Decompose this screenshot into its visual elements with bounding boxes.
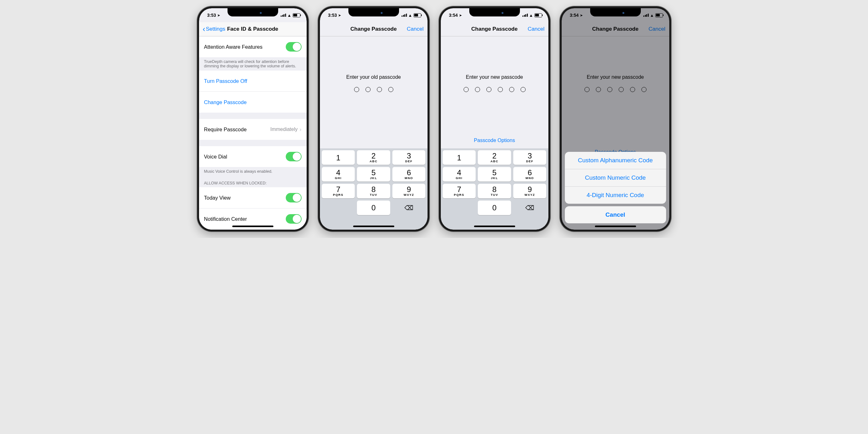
key-9[interactable]: 9WXYZ [393,184,426,198]
cellular-icon [281,13,286,17]
chevron-right-icon: › [300,126,302,133]
key-4[interactable]: 4GHI [322,167,355,182]
today-view-cell[interactable]: Today View [199,187,307,209]
key-5[interactable]: 5JKL [478,167,511,182]
chevron-left-icon: ‹ [203,25,205,34]
key-3[interactable]: 3DEF [393,150,426,165]
option-alphanumeric[interactable]: Custom Alphanumeric Code [565,152,666,169]
home-indicator[interactable] [474,225,515,227]
passcode-dot [388,87,393,92]
notch [227,8,278,17]
key-0[interactable]: 0 [478,200,511,215]
back-label: Settings [206,26,225,32]
key-backspace[interactable]: ⌫ [393,200,426,215]
passcode-dot [464,87,469,92]
footer-text: Music Voice Control is always enabled. [199,167,307,176]
passcode-dot [498,87,503,92]
passcode-prompt: Enter your new passcode [466,74,523,80]
toggle-switch[interactable] [286,214,302,224]
key-1[interactable]: 1 [322,150,355,165]
cancel-button[interactable]: Cancel [526,26,545,32]
passcode-body: Enter your new passcode Passcode Options [441,36,548,148]
turn-passcode-off-button[interactable]: Turn Passcode Off [199,70,307,92]
voice-dial-cell[interactable]: Voice Dial [199,146,307,167]
battery-icon [534,13,542,18]
cellular-icon [402,13,407,17]
require-passcode-cell[interactable]: Require Passcode Immediately › [199,119,307,140]
passcode-dot [366,87,371,92]
cell-label: Notification Center [204,216,247,222]
option-4digit[interactable]: 4-Digit Numeric Code [565,187,666,204]
location-icon: ➤ [338,13,341,17]
location-icon: ➤ [217,13,220,17]
numeric-keypad: 1 2ABC 3DEF 4GHI 5JKL 6MNO 7PQRS 8TUV 9W… [320,148,428,217]
status-time: 3:53 [207,13,216,18]
passcode-dot [521,87,526,92]
passcode-dot [475,87,480,92]
passcode-dot [354,87,359,92]
cellular-icon [643,13,649,17]
battery-icon [293,13,300,18]
wifi-icon: ▲ [650,13,654,18]
backspace-icon: ⌫ [525,204,534,212]
key-5[interactable]: 5JKL [357,167,390,182]
key-2[interactable]: 2ABC [478,150,511,165]
back-button[interactable]: ‹ Settings [203,25,225,34]
cell-label: Attention Aware Features [204,44,262,50]
toggle-switch[interactable] [286,42,302,52]
passcode-body: Enter your old passcode [320,36,428,148]
phone-frame-3: 3:54 ➤ ▲ Change Passcode Cancel Enter yo… [439,6,550,231]
status-time: 3:54 [449,13,458,18]
key-6[interactable]: 6MNO [393,167,426,182]
cancel-button[interactable]: Cancel [405,26,424,32]
navigation-bar: ‹ Settings Face ID & Passcode [199,22,307,36]
key-1[interactable]: 1 [443,150,476,165]
phone-frame-2: 3:53 ➤ ▲ Change Passcode Cancel Enter yo… [318,6,429,231]
location-icon: ➤ [459,13,462,17]
passcode-options-button[interactable]: Passcode Options [474,137,515,143]
backspace-icon: ⌫ [404,204,413,212]
key-backspace[interactable]: ⌫ [513,200,547,215]
key-blank [443,200,476,215]
settings-list[interactable]: Attention Aware Features TrueDepth camer… [199,36,307,230]
notch [590,8,641,17]
key-7[interactable]: 7PQRS [322,184,355,198]
key-7[interactable]: 7PQRS [443,184,476,198]
sheet-cancel-button[interactable]: Cancel [565,206,666,223]
key-9[interactable]: 9WXYZ [513,184,547,198]
cell-label: Voice Dial [204,154,227,160]
key-6[interactable]: 6MNO [513,167,547,182]
option-numeric[interactable]: Custom Numeric Code [565,169,666,187]
change-passcode-button[interactable]: Change Passcode [199,92,307,113]
key-8[interactable]: 8TUV [357,184,390,198]
attention-aware-cell[interactable]: Attention Aware Features [199,36,307,57]
wifi-icon: ▲ [529,13,533,18]
cellular-icon [522,13,528,17]
passcode-dots [354,87,393,92]
key-8[interactable]: 8TUV [478,184,511,198]
footer-text: TrueDepth camera will check for attentio… [199,57,307,70]
key-2[interactable]: 2ABC [357,150,390,165]
toggle-switch[interactable] [286,152,302,161]
wifi-icon: ▲ [408,13,412,18]
phone-frame-4: 3:54 ➤ ▲ Change Passcode Cancel Enter yo… [560,6,671,231]
status-time: 3:53 [328,13,337,18]
cell-label: Today View [204,195,231,201]
battery-icon [413,13,421,18]
cell-value: Immediately [270,127,298,132]
notch [469,8,520,17]
home-indicator[interactable] [353,225,394,227]
navigation-bar: Change Passcode Cancel [320,22,428,36]
location-icon: ➤ [580,13,583,17]
toggle-switch[interactable] [286,193,302,203]
cell-label: Require Passcode [204,127,247,132]
key-4[interactable]: 4GHI [443,167,476,182]
wifi-icon: ▲ [287,13,291,18]
passcode-dot [377,87,382,92]
battery-icon [655,13,663,18]
status-time: 3:54 [570,13,579,18]
home-indicator[interactable] [232,225,273,227]
key-0[interactable]: 0 [357,200,390,215]
passcode-dot [509,87,514,92]
key-3[interactable]: 3DEF [513,150,547,165]
